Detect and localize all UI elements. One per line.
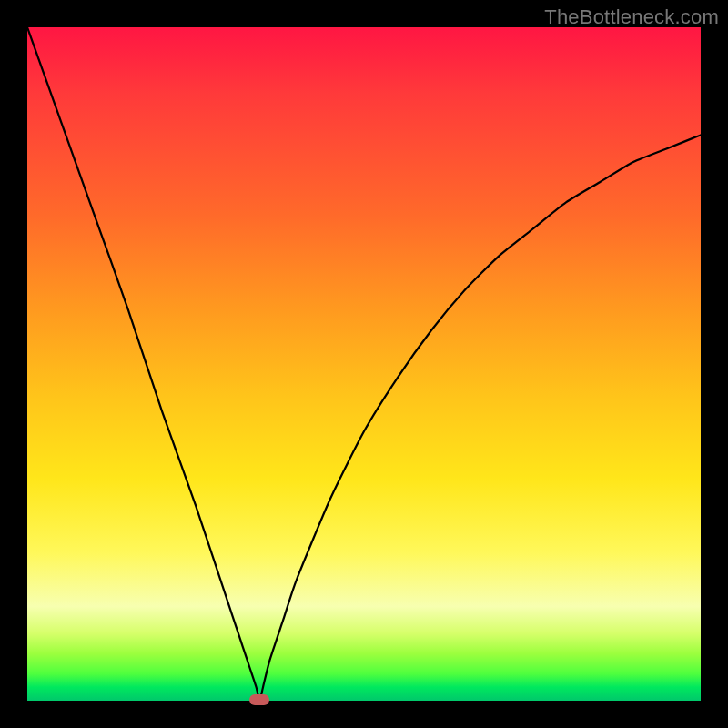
chart-frame: TheBottleneck.com — [0, 0, 728, 728]
watermark-text: TheBottleneck.com — [544, 5, 719, 29]
bottleneck-plot — [27, 27, 701, 701]
min-marker — [249, 694, 269, 705]
bottleneck-curve — [27, 27, 701, 701]
